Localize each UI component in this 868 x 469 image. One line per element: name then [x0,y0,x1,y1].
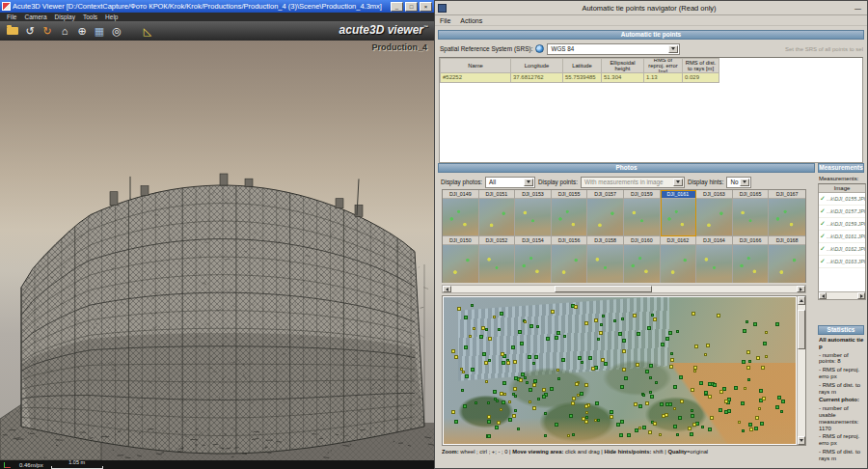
photo-thumbnail[interactable]: DJI_0161 [661,190,697,236]
stat-line: - RMS of reproj. erro px [819,367,867,380]
measurement-item[interactable]: ✓...k\DJI_0162.JPG [819,243,865,256]
thumbnail-label: DJI_0155 [552,190,587,199]
photo-thumbnail[interactable]: DJI_0150 [443,236,479,283]
thumbnail-label: DJI_0159 [624,190,660,199]
photo-thumbnail[interactable]: DJI_0164 [696,236,733,283]
preview-help-text: Zoom: wheel ; ctrl ; +; - ; 0 | Move vie… [442,449,820,455]
thumbnails-scrollbar[interactable] [442,285,806,293]
right-titlebar[interactable]: Automatic tie points navigator (Read onl… [435,1,867,15]
measurement-item[interactable]: ✓...k\DJI_0161.JPG [819,231,865,243]
table-header-row: Name Longitude Latitude Ellipsoidal heig… [440,58,862,73]
photo-thumbnail[interactable]: DJI_0157 [587,190,624,236]
photo-thumbnail[interactable]: DJI_0158 [587,236,624,283]
column-rms-reproj[interactable]: RMS of reproj. error [px] [644,58,683,73]
measurement-item[interactable]: ✓...k\DJI_0155.JPG [819,193,865,206]
photo-thumbnail[interactable]: DJI_0156 [552,236,588,283]
photo-thumbnail[interactable]: DJI_0167 [769,190,805,236]
srs-label: Spatial Reference System (SRS): [440,45,532,52]
scrollbar-track[interactable] [798,305,805,436]
photo-thumbnail[interactable]: DJI_0168 [769,236,805,283]
display-hints-label: Display hints: [688,179,723,185]
thumbnail-image [769,199,805,235]
cell-rms-dist: 0.029 [683,73,719,83]
open-folder-icon[interactable] [4,23,21,39]
thumbnail-label: DJI_0167 [769,190,805,199]
scrollbar-track[interactable] [827,292,857,299]
section-header-statistics: Statistics [818,325,864,335]
photo-thumbnail[interactable]: DJI_0166 [733,236,770,283]
srs-combobox[interactable]: WGS 84 [547,43,680,55]
measurement-item[interactable]: ✓...k\DJI_0163.JPG [819,256,865,268]
thumbnail-image [443,199,478,235]
home-view-icon[interactable]: ⌂ [56,23,73,39]
menu-tools[interactable]: Tools [79,14,101,20]
photo-thumbnail[interactable]: DJI_0159 [624,190,661,236]
rotate-left-icon[interactable]: ↺ [21,23,39,39]
display-photos-combobox[interactable]: All [485,177,535,188]
pan-icon[interactable]: ⊕ [73,23,91,39]
column-image[interactable]: Image [819,184,865,193]
scroll-right-icon[interactable] [797,286,805,292]
check-icon: ✓ [820,258,826,265]
photo-thumbnail[interactable]: DJI_0153 [515,190,552,236]
photo-thumbnail[interactable]: DJI_0165 [733,190,770,236]
menu-file-right[interactable]: File [435,17,455,24]
photo-thumbnail[interactable]: DJI_0155 [552,190,588,236]
scroll-left-icon[interactable] [443,286,451,292]
display-hints-combobox[interactable]: No [726,177,751,188]
scroll-right-icon[interactable] [857,292,865,299]
section-header-tie-points: Automatic tie points [438,30,864,40]
photo-thumbnail[interactable]: DJI_0154 [515,236,552,283]
photo-preview-area[interactable] [442,295,806,446]
measurement-item[interactable]: ✓...k\DJI_0159.JPG [819,218,865,231]
target-icon[interactable]: ◎ [108,23,125,39]
measure-angle-icon[interactable]: ◺ [139,23,156,39]
photo-thumbnail[interactable]: DJI_0160 [624,236,661,283]
chevron-down-icon[interactable] [524,179,533,186]
preview-vertical-scrollbar[interactable] [797,296,805,445]
photo-thumbnail[interactable]: DJI_0151 [479,190,516,236]
photo-thumbnail[interactable]: DJI_0149 [443,190,479,236]
scroll-up-icon[interactable] [798,296,805,305]
column-rms-dist[interactable]: RMS of dist. to rays [m] [683,58,719,73]
column-name[interactable]: Name [440,58,511,73]
grid-icon[interactable]: ▦ [91,23,108,39]
photo-thumbnail[interactable]: DJI_0163 [696,190,733,236]
tie-point-row[interactable]: #52252 37.6812762 55.7539485 51.304 1.13… [440,73,862,83]
photo-thumbnail[interactable]: DJI_0152 [479,236,516,283]
right-minimize-button[interactable]: — [852,5,864,12]
right-window-title: Automatic tie points navigator (Read onl… [447,4,852,13]
scrollbar-thumb[interactable] [555,286,651,292]
thumbnail-label: DJI_0150 [443,236,478,245]
close-button[interactable]: × [420,2,432,12]
srs-row: Spatial Reference System (SRS): WGS 84 S… [440,42,863,55]
scrollbar-track[interactable] [451,286,797,292]
scrollbar-thumb[interactable] [798,310,805,349]
menu-actions[interactable]: Actions [455,17,487,24]
viewport-3d[interactable]: Production_4 [0,41,434,460]
left-titlebar[interactable]: Acute3D Viewer [D:/ContextCapture/Фото К… [0,0,434,13]
scroll-down-icon[interactable] [798,436,805,445]
column-ellipsoidal-height[interactable]: Ellipsoidal height [602,58,644,73]
axis-icon [4,461,12,468]
scroll-left-icon[interactable] [819,292,827,299]
chevron-down-icon[interactable] [673,179,683,186]
display-photos-label: Display photos: [441,179,482,185]
chevron-down-icon[interactable] [740,179,749,186]
chevron-down-icon[interactable] [668,45,678,53]
menu-camera[interactable]: Camera [20,14,50,20]
measurement-item[interactable]: ✓...k\DJI_0157.JPG [819,206,865,218]
check-icon: ✓ [820,207,826,215]
rotate-right-icon[interactable]: ↻ [39,23,56,39]
display-points-combobox[interactable]: With measurements in image [581,177,685,188]
menu-file[interactable]: File [3,14,20,20]
column-latitude[interactable]: Latitude [563,58,602,73]
menu-display[interactable]: Display [51,14,79,20]
measurements-scrollbar[interactable] [819,291,865,299]
preview-photo[interactable] [444,297,796,444]
menu-help[interactable]: Help [101,14,122,20]
photo-thumbnail[interactable]: DJI_0162 [661,236,697,283]
minimize-button[interactable]: _ [391,2,403,12]
maximize-button[interactable]: □ [405,2,418,12]
column-longitude[interactable]: Longitude [511,58,563,73]
